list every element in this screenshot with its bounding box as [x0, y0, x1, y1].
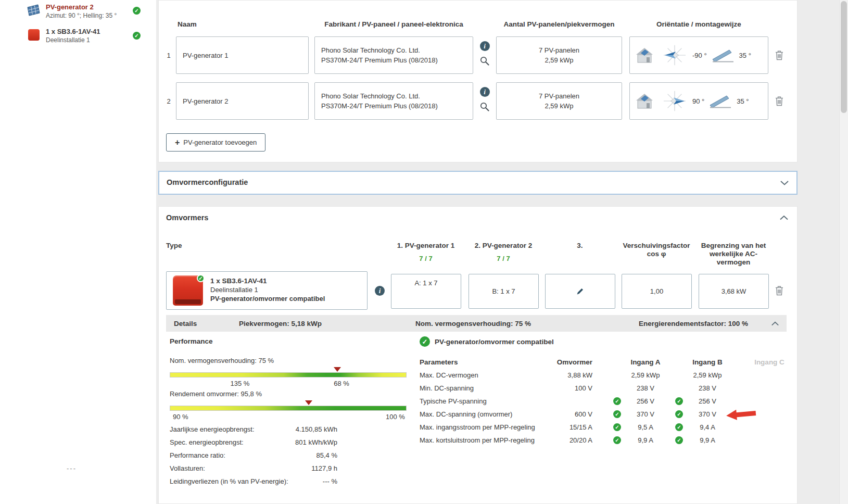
column-header-third: 3.: [538, 242, 622, 250]
stat-row: Jaarlijkse energieopbrengst: 4.150,85 kW…: [170, 423, 337, 436]
input-a-value: 2,59 kWp: [624, 371, 667, 379]
column-header-fabrikant: Fabrikant / PV-paneel / paneel-elektroni…: [314, 20, 473, 28]
details-peak: Piekvermogen: 5,18 kWp: [239, 315, 322, 332]
row-icons: [479, 87, 490, 112]
param-label: Max. ingangsstroom per MPP-regeling: [420, 423, 535, 431]
param-label: Min. DC-spanning: [420, 384, 474, 392]
pv-panel-icon: [26, 3, 41, 18]
sidebar-item-pv-generator-2-subtitle: Azimut: 90 °; Helling: 35 °: [46, 12, 117, 19]
info-icon[interactable]: [375, 286, 385, 296]
inverter-value: 600 V: [545, 410, 592, 418]
performance-title: Performance: [170, 337, 213, 345]
inverter-name: 1 x SB3.6-1AV-41: [210, 276, 325, 285]
trash-icon[interactable]: [775, 96, 783, 106]
chevron-up-icon[interactable]: [771, 321, 779, 326]
param-label: Typische PV-spanning: [420, 397, 487, 405]
compat-status-label: PV-generator/omvormer compatibel: [435, 338, 554, 346]
panel-model-line: PS370M-24/T Premium Plus (08/2018): [321, 56, 473, 65]
stat-label: Spec. energieopbrengst:: [170, 438, 244, 446]
ac-limit-box[interactable]: 3,68 kW: [699, 274, 769, 309]
column-header-gen1: 1. PV-generator 1: [384, 242, 467, 250]
stat-value: --- %: [323, 477, 337, 485]
trash-icon[interactable]: [775, 285, 783, 296]
gauge2-marker: [305, 400, 312, 405]
gauge2-label: Rendement omvormer: 95,8 %: [170, 390, 262, 398]
compat-row: Min. DC-spanning 100 V 238 V 238 V: [420, 382, 787, 395]
cos-phi-box[interactable]: 1,00: [622, 274, 692, 309]
details-label: Details: [174, 315, 197, 332]
gauge2-right-tick: 100 %: [386, 413, 405, 421]
inverter-config-title: Omvormerconfiguratie: [167, 178, 248, 186]
chevron-down-icon[interactable]: [780, 180, 789, 185]
tilt-icon: [709, 94, 732, 108]
input-b-value: 9,9 A: [686, 436, 729, 444]
generator-name-input[interactable]: [176, 36, 309, 74]
compat-col-input-b: Ingang B: [686, 358, 729, 366]
input-c-box[interactable]: [545, 274, 615, 309]
panel-model-line: PS370M-24/T Premium Plus (08/2018): [321, 102, 473, 110]
generator-name-input[interactable]: [176, 82, 309, 120]
manufacturer-line: Phono Solar Technology Co. Ltd.: [321, 46, 473, 55]
compat-col-input-c: Ingang C: [748, 358, 791, 366]
details-energy-factor: Energierendementsfactor: 100 %: [639, 315, 748, 332]
chevron-up-icon[interactable]: [779, 215, 789, 220]
tilt-value: 35 °: [737, 97, 749, 105]
magnifier-icon[interactable]: [479, 56, 490, 66]
input-a-value: 256 V: [624, 397, 667, 405]
check-icon: [133, 32, 141, 40]
gen2-assignment-count: 7 / 7: [462, 255, 545, 262]
inverter-type-box[interactable]: 1 x SB3.6-1AV-41 Deelinstallatie 1 PV-ge…: [166, 271, 368, 310]
column-header-orientatie: Oriëntatie / montagewijze: [629, 20, 768, 28]
panel-count: 7 PV-panelen: [539, 92, 579, 100]
check-icon: [613, 410, 621, 418]
stat-label: Leidingverliezen (in % van PV-energie):: [170, 477, 288, 485]
panel-selector[interactable]: Phono Solar Technology Co. Ltd. PS370M-2…: [314, 82, 473, 120]
gauge1-bar: [170, 372, 407, 377]
inverters-title: Omvormers: [166, 213, 208, 222]
add-pv-generator-button[interactable]: + PV-generator toevoegen: [166, 133, 265, 152]
param-label: Max. DC-vermogen: [420, 371, 478, 379]
stat-value: 1127,9 h: [311, 464, 337, 472]
input-b-value: 256 V: [686, 397, 729, 405]
gauge1-left-tick: 135 %: [230, 380, 250, 387]
check-icon: [197, 274, 205, 282]
house-icon: [634, 46, 657, 64]
input-b-value: B: 1 x 7: [492, 287, 515, 295]
column-header-ac-limit: Begrenzing van het werkelijke AC-vermoge…: [697, 242, 770, 267]
scrollbar-thumb[interactable]: [841, 1, 847, 113]
row-number: 1: [164, 36, 173, 74]
input-a-box[interactable]: A: 1 x 7: [391, 274, 461, 309]
input-b-box[interactable]: B: 1 x 7: [469, 274, 539, 309]
stat-row: Vollasturen: 1127,9 h: [170, 462, 337, 475]
inverter-value: 15/15 A: [545, 423, 592, 431]
trash-icon[interactable]: [775, 50, 783, 60]
sidebar-item-inverter[interactable]: 1 x SB3.6-1AV-41: [46, 28, 100, 35]
magnifier-icon[interactable]: [479, 102, 490, 112]
column-header-aantal: Aantal PV-panelen/piekvermogen: [496, 20, 622, 28]
compat-col-inverter: Omvormer: [545, 358, 592, 366]
check-icon: [613, 397, 621, 405]
orientation-box[interactable]: -90 ° 35 °: [629, 36, 768, 74]
tilt-value: 35 °: [739, 52, 751, 59]
vertical-scrollbar[interactable]: [839, 0, 848, 504]
peak-power: 2,59 kWp: [545, 56, 574, 64]
stat-value: 801 kWh/kWp: [295, 438, 337, 446]
details-ratio: Nom. vermogensverhouding: 75 %: [415, 315, 531, 332]
pencil-icon[interactable]: [576, 287, 584, 295]
panel-selector[interactable]: Phono Solar Technology Co. Ltd. PS370M-2…: [314, 36, 473, 74]
compat-row: Max. kortsluitstroom per MPP-regeling 20…: [420, 434, 787, 447]
gauge1-marker: [334, 367, 341, 372]
sidebar-item-pv-generator-2[interactable]: PV-generator 2: [46, 3, 94, 11]
panel-count-box[interactable]: 7 PV-panelen 2,59 kWp: [496, 82, 622, 120]
panel-count-box[interactable]: 7 PV-panelen 2,59 kWp: [496, 36, 622, 74]
inverter-config-panel[interactable]: Omvormerconfiguratie: [158, 171, 798, 195]
input-a-value: 9,9 A: [624, 436, 667, 444]
row-number: 2: [164, 82, 173, 120]
orientation-box[interactable]: 90 ° 35 °: [629, 82, 768, 120]
details-bar[interactable]: Details Piekvermogen: 5,18 kWp Nom. verm…: [166, 315, 787, 332]
stat-row: Performance ratio: 85,4 %: [170, 449, 337, 462]
compat-row: Max. DC-vermogen 3,88 kW 2,59 kWp 2,59 k…: [420, 369, 787, 382]
gen1-assignment-count: 7 / 7: [384, 255, 467, 262]
info-icon[interactable]: [480, 87, 490, 97]
info-icon[interactable]: [480, 41, 490, 51]
